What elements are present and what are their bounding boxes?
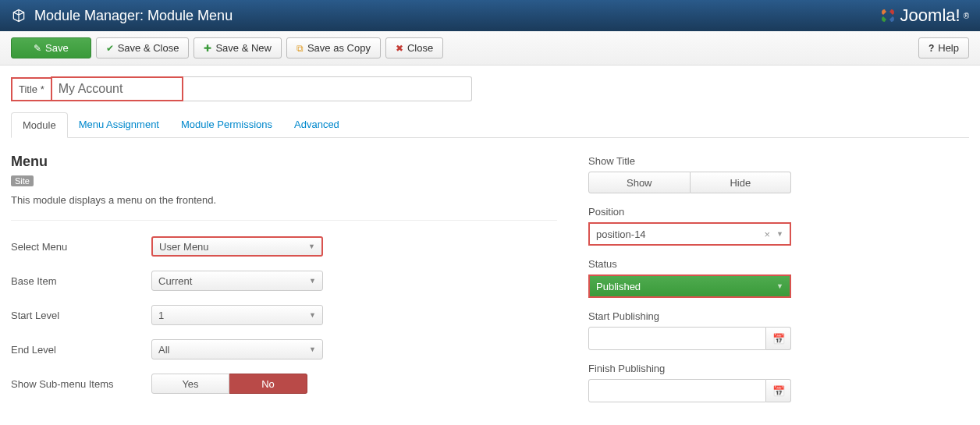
finish-publishing-group: 📅 (588, 379, 791, 402)
label-base-item: Base Item (11, 275, 151, 287)
main-left: Menu Site This module displays a menu on… (11, 154, 557, 415)
status-dropdown[interactable]: Published ▼ (588, 274, 791, 298)
start-publishing-calendar-button[interactable]: 📅 (766, 327, 791, 350)
copy-icon: ⧉ (296, 43, 304, 54)
block-status: Status Published ▼ (588, 258, 791, 298)
page-title: Module Manager: Module Menu (34, 8, 233, 24)
module-section-desc: This module displays a menu on the front… (11, 194, 557, 221)
close-label: Close (407, 42, 433, 54)
position-dropdown[interactable]: position-14 × ▼ (588, 222, 791, 246)
help-label: Help (938, 42, 959, 54)
base-item-dropdown[interactable]: Current ▼ (151, 271, 323, 291)
help-button[interactable]: ? Help (918, 37, 969, 58)
row-select-menu: Select Menu User Menu ▼ (11, 236, 557, 257)
main-layout: Menu Site This module displays a menu on… (11, 154, 969, 415)
title-input[interactable] (183, 76, 472, 101)
module-section-title: Menu (11, 154, 557, 170)
plus-icon: ✚ (204, 43, 211, 54)
cancel-icon: ✖ (396, 43, 403, 54)
title-input-highlighted[interactable]: My Account (51, 76, 183, 101)
save-new-label: Save & New (215, 42, 272, 54)
save-new-button[interactable]: ✚ Save & New (194, 37, 282, 58)
show-submenu-no[interactable]: No (229, 374, 307, 394)
title-label: Title * (11, 77, 51, 101)
label-show-title: Show Title (588, 155, 791, 167)
calendar-icon: 📅 (772, 385, 785, 397)
status-value: Published (596, 281, 641, 292)
start-level-dropdown[interactable]: 1 ▼ (151, 305, 323, 325)
tab-advanced[interactable]: Advanced (283, 112, 350, 137)
end-level-dropdown[interactable]: All ▼ (151, 339, 323, 359)
registered-mark: ® (964, 12, 969, 20)
start-level-value: 1 (158, 310, 164, 321)
chevron-down-icon: ▼ (776, 282, 783, 290)
block-start-publishing: Start Publishing 📅 (588, 310, 791, 350)
position-value: position-14 (596, 228, 646, 240)
help-icon: ? (929, 43, 934, 54)
select-menu-value: User Menu (159, 241, 209, 253)
app-header: Module Manager: Module Menu Joomla! ® (0, 0, 980, 31)
main-right: Show Title Show Hide Position position-1… (588, 154, 791, 415)
block-position: Position position-14 × ▼ (588, 206, 791, 246)
tab-module-permissions[interactable]: Module Permissions (170, 112, 283, 137)
tabs: Module Menu Assignment Module Permission… (11, 112, 969, 138)
joomla-logo: Joomla! ® (879, 5, 969, 26)
label-show-submenu: Show Sub-menu Items (11, 378, 151, 390)
show-submenu-yes[interactable]: Yes (151, 374, 229, 394)
check-icon: ✔ (106, 43, 114, 54)
label-start-level: Start Level (11, 310, 151, 321)
save-close-label: Save & Close (118, 42, 179, 54)
label-start-publishing: Start Publishing (588, 310, 791, 322)
save-label: Save (45, 42, 69, 54)
chevron-down-icon: ▼ (308, 243, 315, 250)
label-select-menu: Select Menu (11, 241, 151, 253)
tab-module[interactable]: Module (11, 112, 68, 138)
show-title-show[interactable]: Show (588, 172, 691, 193)
header-left: Module Manager: Module Menu (11, 8, 233, 24)
chevron-down-icon: ▼ (776, 230, 783, 238)
save-button[interactable]: ✎ Save (11, 37, 91, 58)
show-submenu-toggle: Yes No (151, 374, 307, 394)
row-show-submenu: Show Sub-menu Items Yes No (11, 374, 557, 394)
content-area: Title * My Account Module Menu Assignmen… (0, 66, 980, 425)
row-end-level: End Level All ▼ (11, 339, 557, 359)
cube-icon (11, 8, 27, 23)
block-show-title: Show Title Show Hide (588, 155, 791, 193)
save-close-button[interactable]: ✔ Save & Close (96, 37, 190, 58)
title-row: Title * My Account (11, 76, 969, 101)
calendar-icon: 📅 (772, 333, 785, 345)
label-finish-publishing: Finish Publishing (588, 363, 791, 374)
save-copy-button[interactable]: ⧉ Save as Copy (286, 37, 381, 58)
label-status: Status (588, 258, 791, 270)
chevron-down-icon: ▼ (309, 345, 316, 353)
apply-icon: ✎ (34, 43, 41, 54)
save-copy-label: Save as Copy (307, 42, 371, 54)
show-title-toggle: Show Hide (588, 172, 791, 193)
base-item-value: Current (158, 275, 192, 287)
show-title-hide[interactable]: Hide (691, 172, 792, 193)
block-finish-publishing: Finish Publishing 📅 (588, 363, 791, 402)
brand-text: Joomla! (900, 5, 960, 26)
tab-menu-assignment[interactable]: Menu Assignment (68, 112, 170, 137)
end-level-value: All (158, 344, 169, 356)
close-button[interactable]: ✖ Close (385, 37, 443, 58)
row-base-item: Base Item Current ▼ (11, 271, 557, 291)
label-position: Position (588, 206, 791, 218)
row-start-level: Start Level 1 ▼ (11, 305, 557, 325)
start-publishing-input[interactable] (588, 327, 766, 350)
joomla-icon (879, 6, 897, 25)
site-badge: Site (11, 175, 34, 186)
toolbar: ✎ Save ✔ Save & Close ✚ Save & New ⧉ Sav… (0, 31, 980, 66)
label-end-level: End Level (11, 344, 151, 356)
start-publishing-group: 📅 (588, 327, 791, 350)
position-controls: × ▼ (764, 228, 783, 240)
select-menu-dropdown[interactable]: User Menu ▼ (151, 236, 323, 257)
finish-publishing-calendar-button[interactable]: 📅 (766, 379, 791, 402)
chevron-down-icon: ▼ (309, 311, 316, 319)
chevron-down-icon: ▼ (309, 277, 316, 285)
finish-publishing-input[interactable] (588, 379, 766, 402)
clear-icon[interactable]: × (764, 228, 770, 240)
toolbar-right: ? Help (918, 37, 969, 58)
